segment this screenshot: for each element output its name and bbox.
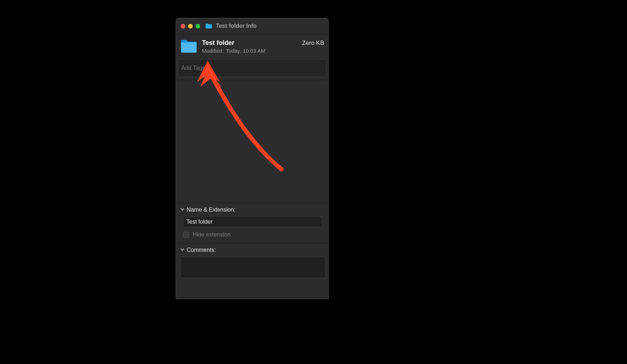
tags-input[interactable]: [178, 59, 326, 77]
tags-section: [176, 59, 328, 80]
chevron-down-icon: [180, 207, 185, 213]
folder-icon[interactable]: [180, 39, 197, 55]
name-extension-label: Name & Extension:: [187, 207, 235, 213]
item-size: Zero KB: [302, 40, 324, 47]
comments-input[interactable]: [180, 257, 326, 278]
content-spacer: [176, 80, 328, 203]
minimize-button[interactable]: [188, 24, 193, 28]
name-extension-section: Name & Extension: Hide extension: [176, 203, 328, 243]
window-title: Test folder Info: [216, 23, 256, 29]
section-header-name-ext[interactable]: Name & Extension:: [180, 207, 324, 213]
folder-icon: [205, 23, 212, 29]
comments-label: Comments:: [187, 247, 216, 253]
modified-row: Modified: Today, 10:03 AM: [202, 48, 324, 54]
name-input[interactable]: [183, 217, 322, 227]
item-header: Test folder Zero KB Modified: Today, 10:…: [176, 34, 328, 59]
hide-extension-checkbox[interactable]: [183, 232, 189, 238]
hide-extension-row: Hide extension: [183, 232, 324, 238]
chevron-down-icon: [180, 247, 185, 253]
item-name: Test folder: [202, 39, 234, 47]
hide-extension-label: Hide extension: [193, 232, 230, 238]
section-header-comments[interactable]: Comments:: [180, 247, 324, 253]
get-info-window: Test folder Info Test folder Zero KB Mod…: [176, 18, 329, 299]
traffic-lights: [181, 24, 200, 28]
header-text: Test folder Zero KB Modified: Today, 10:…: [202, 39, 324, 54]
modified-label: Modified:: [202, 48, 224, 54]
titlebar: Test folder Info: [176, 18, 328, 34]
comments-section: Comments:: [176, 243, 328, 285]
maximize-button[interactable]: [196, 24, 200, 28]
close-button[interactable]: [181, 24, 185, 28]
modified-value: Today, 10:03 AM: [226, 48, 265, 54]
